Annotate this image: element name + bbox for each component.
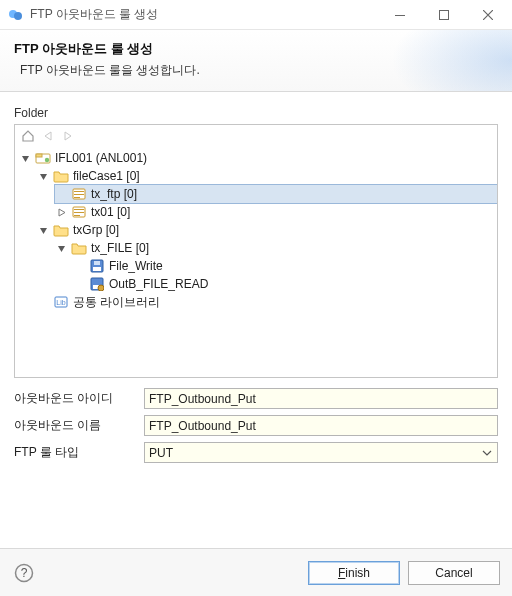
tree-node-outb-file-read[interactable]: · OutB_FILE_READ: [73, 275, 497, 293]
banner-heading: FTP 아웃바운드 룰 생성: [14, 40, 498, 58]
folder-tree[interactable]: IFL001 (ANL001) fileCase1 [: [15, 147, 497, 377]
tree-node-label: txGrp [0]: [73, 223, 119, 237]
tree-node-common-library[interactable]: · Lib 공통 라이브러리: [37, 293, 497, 311]
wizard-footer: ? Finish Cancel: [0, 548, 512, 596]
folder-icon: [53, 222, 69, 238]
chevron-down-icon[interactable]: [37, 172, 49, 181]
chevron-down-icon[interactable]: [37, 226, 49, 235]
record-icon: [71, 204, 87, 220]
folder-icon: [53, 168, 69, 184]
folder-label: Folder: [14, 106, 498, 120]
tree-toolbar: [15, 125, 497, 147]
svg-rect-8: [74, 191, 84, 192]
tree-node-label: tx_ftp [0]: [91, 187, 137, 201]
tree-node-file-write[interactable]: · File_Write: [73, 257, 497, 275]
tree-node-label: OutB_FILE_READ: [109, 277, 208, 291]
chevron-down-icon[interactable]: [19, 154, 31, 163]
titlebar: FTP 아웃바운드 룰 생성: [0, 0, 512, 30]
outbound-name-label: 아웃바운드 이름: [14, 417, 144, 434]
svg-rect-2: [395, 15, 405, 16]
tree-node-label: IFL001 (ANL001): [55, 151, 147, 165]
disk-gear-icon: [89, 276, 105, 292]
tree-node-filecase1[interactable]: fileCase1 [0]: [37, 167, 497, 185]
chevron-down-icon: [479, 445, 495, 461]
chevron-right-icon[interactable]: [55, 208, 67, 217]
tree-node-label: File_Write: [109, 259, 163, 273]
svg-rect-17: [94, 261, 100, 265]
rule-form: 아웃바운드 아이디 아웃바운드 이름 FTP 룰 타입 PUT: [14, 388, 498, 463]
banner-subtitle: FTP 아웃바운드 룰을 생성합니다.: [20, 62, 498, 79]
back-icon[interactable]: [39, 127, 57, 145]
help-icon[interactable]: ?: [12, 561, 36, 585]
svg-rect-13: [74, 212, 84, 213]
svg-rect-3: [440, 10, 449, 19]
svg-text:?: ?: [21, 566, 28, 580]
tree-node-tx-file[interactable]: tx_FILE [0]: [55, 239, 497, 257]
finish-rest: inish: [345, 566, 370, 580]
forward-icon[interactable]: [59, 127, 77, 145]
svg-rect-14: [74, 215, 80, 216]
outbound-id-input[interactable]: [144, 388, 498, 409]
library-icon: Lib: [53, 294, 69, 310]
outbound-id-label: 아웃바운드 아이디: [14, 390, 144, 407]
tree-node-label: fileCase1 [0]: [73, 169, 140, 183]
svg-point-20: [98, 285, 104, 291]
rule-type-label: FTP 룰 타입: [14, 444, 144, 461]
window-title: FTP 아웃바운드 룰 생성: [30, 6, 378, 23]
folder-tree-box: IFL001 (ANL001) fileCase1 [: [14, 124, 498, 378]
svg-point-1: [14, 12, 22, 20]
tree-node-label: 공통 라이브러리: [73, 294, 160, 311]
tree-node-tx-ftp[interactable]: · tx_ftp [0]: [55, 185, 497, 203]
rule-type-select[interactable]: PUT: [144, 442, 498, 463]
app-icon: [8, 7, 24, 23]
svg-rect-16: [93, 267, 101, 271]
tree-node-txgrp[interactable]: txGrp [0]: [37, 221, 497, 239]
chevron-down-icon[interactable]: [55, 244, 67, 253]
finish-button[interactable]: Finish: [308, 561, 400, 585]
svg-point-6: [45, 158, 49, 162]
record-icon: [71, 186, 87, 202]
minimize-button[interactable]: [378, 1, 422, 29]
svg-rect-5: [36, 154, 42, 157]
folder-icon: [71, 240, 87, 256]
tree-node-label: tx01 [0]: [91, 205, 130, 219]
wizard-banner: FTP 아웃바운드 룰 생성 FTP 아웃바운드 룰을 생성합니다.: [0, 30, 512, 92]
cancel-label: Cancel: [435, 566, 472, 580]
home-icon[interactable]: [19, 127, 37, 145]
svg-rect-9: [74, 194, 84, 195]
svg-rect-12: [74, 209, 84, 210]
close-button[interactable]: [466, 1, 510, 29]
tree-node-project[interactable]: IFL001 (ANL001): [19, 149, 497, 167]
tree-node-label: tx_FILE [0]: [91, 241, 149, 255]
maximize-button[interactable]: [422, 1, 466, 29]
rule-type-value: PUT: [149, 446, 173, 460]
tree-node-tx01[interactable]: tx01 [0]: [55, 203, 497, 221]
disk-icon: [89, 258, 105, 274]
svg-rect-10: [74, 197, 80, 198]
svg-text:Lib: Lib: [56, 299, 65, 306]
project-icon: [35, 150, 51, 166]
outbound-name-input[interactable]: [144, 415, 498, 436]
cancel-button[interactable]: Cancel: [408, 561, 500, 585]
